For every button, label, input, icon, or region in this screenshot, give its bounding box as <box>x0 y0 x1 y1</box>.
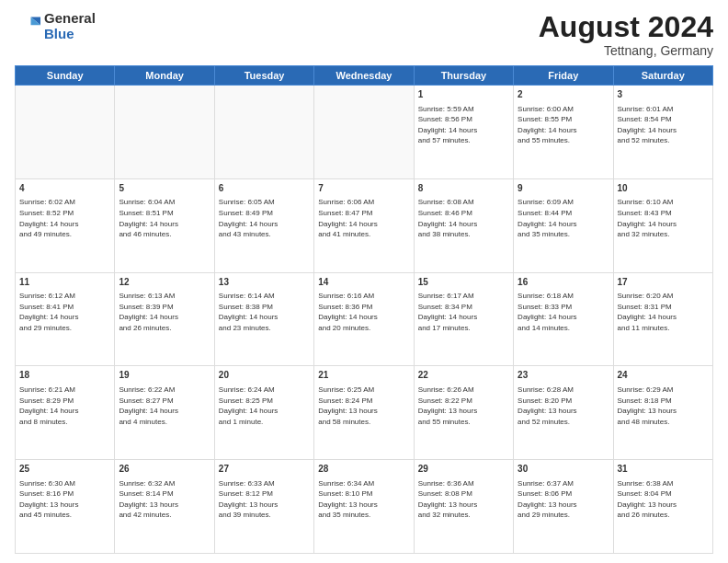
day-number: 20 <box>219 369 310 383</box>
cell-text: Daylight: 14 hours <box>318 219 409 230</box>
cell-text: Daylight: 13 hours <box>618 406 709 417</box>
location: Tettnang, Germany <box>539 43 713 58</box>
cell-text: and 17 minutes. <box>418 323 509 334</box>
cell-text: and 35 minutes. <box>518 229 609 240</box>
day-number: 31 <box>618 463 709 477</box>
cell-text: Sunrise: 6:26 AM <box>418 385 509 396</box>
cal-cell: 14Sunrise: 6:16 AMSunset: 8:36 PMDayligh… <box>314 272 414 366</box>
cell-text: Sunrise: 6:05 AM <box>219 197 310 208</box>
cal-cell <box>214 86 313 179</box>
cell-text: Sunrise: 6:34 AM <box>318 478 409 489</box>
cal-cell: 21Sunrise: 6:25 AMSunset: 8:24 PMDayligh… <box>314 366 414 460</box>
cell-text: Sunrise: 6:14 AM <box>219 291 310 302</box>
cell-text: Sunrise: 6:22 AM <box>119 385 210 396</box>
cell-text: and 57 minutes. <box>418 135 509 146</box>
cell-text: Daylight: 14 hours <box>418 125 509 136</box>
cal-cell: 23Sunrise: 6:28 AMSunset: 8:20 PMDayligh… <box>514 366 613 460</box>
month-title: August 2024 <box>539 11 713 43</box>
cell-text: Sunset: 8:12 PM <box>219 488 310 500</box>
cell-text: Sunset: 8:39 PM <box>119 302 210 313</box>
cell-text: and 23 minutes. <box>219 323 310 334</box>
calendar: SundayMondayTuesdayWednesdayThursdayFrid… <box>15 65 713 554</box>
cell-text: and 32 minutes. <box>618 229 709 240</box>
cell-text: Sunset: 8:47 PM <box>318 208 409 219</box>
cell-text: Sunset: 8:34 PM <box>418 302 509 313</box>
calendar-body: 1Sunrise: 5:59 AMSunset: 8:56 PMDaylight… <box>16 86 713 554</box>
cell-text: Sunrise: 6:00 AM <box>518 104 609 115</box>
cell-text: and 52 minutes. <box>518 417 609 428</box>
cell-text: Sunrise: 6:21 AM <box>19 385 110 396</box>
cal-cell <box>115 86 214 179</box>
cal-cell: 28Sunrise: 6:34 AMSunset: 8:10 PMDayligh… <box>314 460 414 554</box>
cell-text: Sunrise: 6:32 AM <box>119 478 210 489</box>
cal-cell: 11Sunrise: 6:12 AMSunset: 8:41 PMDayligh… <box>16 272 115 366</box>
cell-text: Daylight: 14 hours <box>518 219 609 230</box>
cell-text: and 46 minutes. <box>119 229 210 240</box>
cal-cell: 5Sunrise: 6:04 AMSunset: 8:51 PMDaylight… <box>115 178 214 272</box>
cell-text: Sunrise: 6:37 AM <box>518 478 609 489</box>
day-number: 14 <box>318 276 409 290</box>
cal-cell: 7Sunrise: 6:06 AMSunset: 8:47 PMDaylight… <box>314 178 414 272</box>
cell-text: Sunrise: 6:01 AM <box>618 104 709 115</box>
day-number: 29 <box>418 463 509 477</box>
cal-cell: 31Sunrise: 6:38 AMSunset: 8:04 PMDayligh… <box>613 460 712 554</box>
cell-text: Sunrise: 6:20 AM <box>618 291 709 302</box>
cal-cell: 3Sunrise: 6:01 AMSunset: 8:54 PMDaylight… <box>613 86 712 179</box>
cell-text: Sunset: 8:08 PM <box>418 488 509 500</box>
cell-text: Daylight: 13 hours <box>618 500 709 511</box>
cell-text: Sunrise: 6:09 AM <box>518 197 609 208</box>
cell-text: Sunrise: 6:10 AM <box>618 197 709 208</box>
cell-text: Sunset: 8:54 PM <box>618 114 709 125</box>
cal-cell: 2Sunrise: 6:00 AMSunset: 8:55 PMDaylight… <box>514 86 613 179</box>
day-number: 28 <box>318 463 409 477</box>
day-number: 16 <box>518 276 609 290</box>
cell-text: and 29 minutes. <box>19 323 110 334</box>
title-area: August 2024 Tettnang, Germany <box>539 11 713 58</box>
cal-cell: 19Sunrise: 6:22 AMSunset: 8:27 PMDayligh… <box>115 366 214 460</box>
cell-text: Sunset: 8:16 PM <box>19 488 110 500</box>
cell-text: Sunset: 8:25 PM <box>219 396 310 407</box>
day-number: 5 <box>119 182 210 196</box>
week-row-3: 11Sunrise: 6:12 AMSunset: 8:41 PMDayligh… <box>16 272 713 366</box>
cal-cell <box>16 86 115 179</box>
day-number: 9 <box>518 182 609 196</box>
day-number: 24 <box>618 369 709 383</box>
cell-text: Daylight: 14 hours <box>219 406 310 417</box>
day-number: 7 <box>318 182 409 196</box>
cell-text: Sunrise: 6:16 AM <box>318 291 409 302</box>
cell-text: Daylight: 14 hours <box>119 312 210 323</box>
cal-cell: 27Sunrise: 6:33 AMSunset: 8:12 PMDayligh… <box>214 460 313 554</box>
cell-text: Sunrise: 6:18 AM <box>518 291 609 302</box>
day-header-thursday: Thursday <box>414 66 513 86</box>
cell-text: Sunrise: 6:17 AM <box>418 291 509 302</box>
cell-text: and 26 minutes. <box>119 323 210 334</box>
cell-text: Daylight: 14 hours <box>518 312 609 323</box>
cell-text: and 39 minutes. <box>219 510 310 521</box>
day-number: 27 <box>219 463 310 477</box>
cell-text: and 49 minutes. <box>19 229 110 240</box>
day-number: 13 <box>219 276 310 290</box>
cell-text: and 35 minutes. <box>318 510 409 521</box>
week-row-4: 18Sunrise: 6:21 AMSunset: 8:29 PMDayligh… <box>16 366 713 460</box>
cell-text: and 41 minutes. <box>318 229 409 240</box>
day-number: 3 <box>618 88 709 102</box>
cell-text: Daylight: 14 hours <box>318 312 409 323</box>
cal-cell: 20Sunrise: 6:24 AMSunset: 8:25 PMDayligh… <box>214 366 313 460</box>
cell-text: Sunrise: 6:36 AM <box>418 478 509 489</box>
cell-text: Daylight: 14 hours <box>618 312 709 323</box>
cell-text: Sunset: 8:36 PM <box>318 302 409 313</box>
header-row: SundayMondayTuesdayWednesdayThursdayFrid… <box>16 66 713 86</box>
cell-text: and 20 minutes. <box>318 323 409 334</box>
cal-cell: 1Sunrise: 5:59 AMSunset: 8:56 PMDaylight… <box>414 86 513 179</box>
cell-text: Sunset: 8:38 PM <box>219 302 310 313</box>
cell-text: and 26 minutes. <box>618 510 709 521</box>
cal-cell: 4Sunrise: 6:02 AMSunset: 8:52 PMDaylight… <box>16 178 115 272</box>
cell-text: Sunrise: 6:06 AM <box>318 197 409 208</box>
cell-text: Daylight: 13 hours <box>418 406 509 417</box>
day-number: 10 <box>618 182 709 196</box>
cell-text: Sunset: 8:51 PM <box>119 208 210 219</box>
cal-cell: 6Sunrise: 6:05 AMSunset: 8:49 PMDaylight… <box>214 178 313 272</box>
cell-text: Daylight: 14 hours <box>19 219 110 230</box>
day-number: 1 <box>418 88 509 102</box>
cell-text: Sunrise: 6:33 AM <box>219 478 310 489</box>
